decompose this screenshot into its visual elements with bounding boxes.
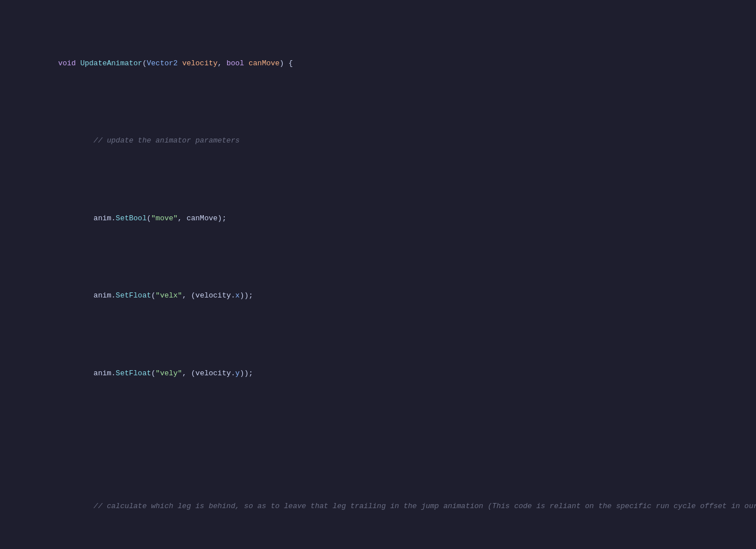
code-line: // update the animator parameters <box>0 124 756 158</box>
code-line: void UpdateAnimator(Vector2 velocity, bo… <box>0 47 756 80</box>
code-line: anim.SetFloat("vely", (velocity.y)); <box>0 357 756 390</box>
code-editor[interactable]: void UpdateAnimator(Vector2 velocity, bo… <box>0 0 756 549</box>
code-line: anim.SetFloat("velx", (velocity.x)); <box>0 279 756 313</box>
code-line: anim.SetBool("move", canMove); <box>0 202 756 235</box>
code-content: void UpdateAnimator(Vector2 velocity, bo… <box>0 0 756 549</box>
code-line <box>0 434 756 446</box>
code-line: // calculate which leg is behind, so as … <box>0 490 756 523</box>
